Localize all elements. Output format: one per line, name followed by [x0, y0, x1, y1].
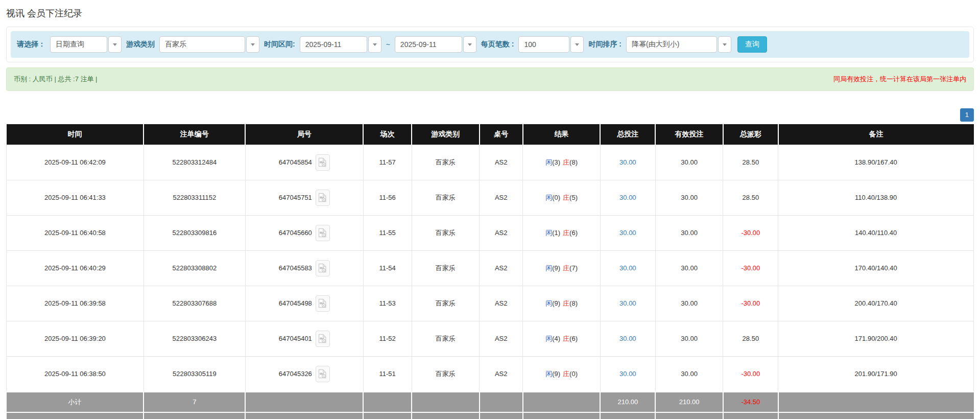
video-replay-button[interactable] [316, 225, 330, 241]
round-number: 647045326 [279, 370, 312, 378]
video-replay-button[interactable] [316, 154, 330, 171]
video-replay-button[interactable] [316, 260, 330, 276]
result-cell: 闲(3)庄(8) [523, 145, 601, 180]
bet-id: 522803309816 [144, 215, 245, 250]
video-replay-button[interactable] [316, 295, 330, 312]
video-replay-button[interactable] [316, 190, 330, 206]
banker-score: (5) [569, 194, 578, 201]
caret-down-icon[interactable] [718, 36, 731, 53]
payout: 28.50 [723, 145, 778, 180]
filter-bar: 请选择： 日期查询 游戏类别 百家乐 时间区间: 2025-09-11 ~ 20… [11, 31, 969, 58]
subtotal-label: 小计 [7, 392, 144, 412]
banker-score: (8) [569, 299, 578, 307]
player-score: (9) [552, 264, 560, 272]
page-size-select[interactable]: 100 [518, 36, 584, 53]
total-row: 总计 7 210.00 210.00 -34.50 [7, 412, 974, 419]
total-bet-link[interactable]: 30.00 [619, 194, 636, 201]
game-type: 百家乐 [412, 215, 480, 250]
total-bet-cell: 30.00 [600, 286, 655, 321]
subtotal-count: 7 [144, 392, 245, 412]
caret-down-icon[interactable] [463, 36, 476, 53]
valid-bet: 30.00 [655, 356, 723, 392]
banker-result: 庄 [563, 335, 569, 342]
round-cell: 647045326 [245, 356, 363, 392]
round-cell: 647045498 [245, 286, 363, 321]
game-type-select[interactable]: 百家乐 [159, 36, 259, 53]
remark: 110.40/138.90 [778, 180, 974, 215]
bet-id: 522803307688 [144, 286, 245, 321]
payout: -30.00 [723, 356, 778, 392]
remark: 140.40/110.40 [778, 215, 974, 250]
total-label: 总计 [7, 412, 144, 419]
table-number: AS2 [480, 286, 523, 321]
bet-time: 2025-09-11 06:38:50 [7, 356, 144, 392]
bet-time: 2025-09-11 06:39:58 [7, 286, 144, 321]
bet-time: 2025-09-11 06:40:29 [7, 250, 144, 286]
session-number: 11-55 [363, 215, 412, 250]
banker-result: 庄 [563, 299, 569, 307]
game-type: 百家乐 [412, 250, 480, 286]
total-bet-link[interactable]: 30.00 [619, 370, 636, 378]
valid-bet: 30.00 [655, 321, 723, 356]
total-bet-cell: 30.00 [600, 250, 655, 286]
query-type-value: 日期查询 [50, 36, 107, 53]
total-bet-cell: 30.00 [600, 356, 655, 392]
remark: 171.90/200.40 [778, 321, 974, 356]
column-header: 游戏类别 [412, 124, 480, 145]
game-type: 百家乐 [412, 145, 480, 180]
summary-bar: 币别 : 人民币 | 总共 :7 注单 | 同局有效投注，统一计算在该局第一张注… [6, 67, 974, 91]
subtotal-row: 小计 7 210.00 210.00 -34.50 [7, 392, 974, 412]
session-number: 11-53 [363, 286, 412, 321]
caret-down-icon[interactable] [246, 36, 259, 53]
total-bet-link[interactable]: 30.00 [619, 229, 636, 237]
video-replay-button[interactable] [316, 366, 330, 382]
game-type-label: 游戏类别 [126, 40, 155, 49]
banker-result: 庄 [563, 229, 569, 237]
total-payout: -34.50 [723, 412, 778, 419]
video-replay-button[interactable] [316, 331, 330, 347]
round-number: 647045401 [279, 335, 312, 342]
round-cell: 647045401 [245, 321, 363, 356]
table-row: 2025-09-11 06:39:58 522803307688 6470454… [7, 286, 974, 321]
payout: -30.00 [723, 250, 778, 286]
valid-bet: 30.00 [655, 286, 723, 321]
column-header: 场次 [363, 124, 412, 145]
table-number: AS2 [480, 145, 523, 180]
date-to-picker[interactable]: 2025-09-11 [395, 36, 476, 53]
table-row: 2025-09-11 06:42:09 522803312484 6470458… [7, 145, 974, 180]
date-from-picker[interactable]: 2025-09-11 [300, 36, 381, 53]
total-bet-link[interactable]: 30.00 [619, 335, 636, 342]
subtotal-total-bet: 210.00 [600, 392, 655, 412]
table-number: AS2 [480, 321, 523, 356]
bet-id: 522803306243 [144, 321, 245, 356]
caret-down-icon[interactable] [570, 36, 584, 53]
player-score: (4) [552, 335, 560, 342]
total-bet-cell: 30.00 [600, 180, 655, 215]
time-sort-label: 时间排序 : [588, 40, 622, 49]
total-bet-link[interactable]: 30.00 [619, 158, 636, 166]
page-1-button[interactable]: 1 [960, 108, 974, 122]
search-button[interactable]: 查询 [737, 36, 767, 53]
currency-total-text: 币别 : 人民币 | 总共 :7 注单 | [14, 75, 98, 84]
pagination-top: 1 [6, 108, 974, 122]
total-bet-link[interactable]: 30.00 [619, 299, 636, 307]
query-type-select[interactable]: 日期查询 [50, 36, 122, 53]
time-sort-select[interactable]: 降幂(由大到小) [626, 36, 731, 53]
total-total-bet: 210.00 [600, 412, 655, 419]
round-number: 647045583 [279, 264, 312, 272]
player-score: (0) [552, 194, 560, 201]
bet-time: 2025-09-11 06:42:09 [7, 145, 144, 180]
column-header: 注单编号 [144, 124, 245, 145]
column-header: 时间 [7, 124, 144, 145]
column-header: 有效投注 [655, 124, 723, 145]
page-size-value: 100 [518, 36, 569, 53]
caret-down-icon[interactable] [108, 36, 122, 53]
bet-id: 522803312484 [144, 145, 245, 180]
total-bet-link[interactable]: 30.00 [619, 264, 636, 272]
round-cell: 647045660 [245, 215, 363, 250]
game-type-value: 百家乐 [159, 36, 245, 53]
player-result: 闲 [545, 229, 552, 237]
caret-down-icon[interactable] [368, 36, 381, 53]
video-file-icon [318, 334, 327, 343]
total-valid-bet: 210.00 [655, 412, 723, 419]
